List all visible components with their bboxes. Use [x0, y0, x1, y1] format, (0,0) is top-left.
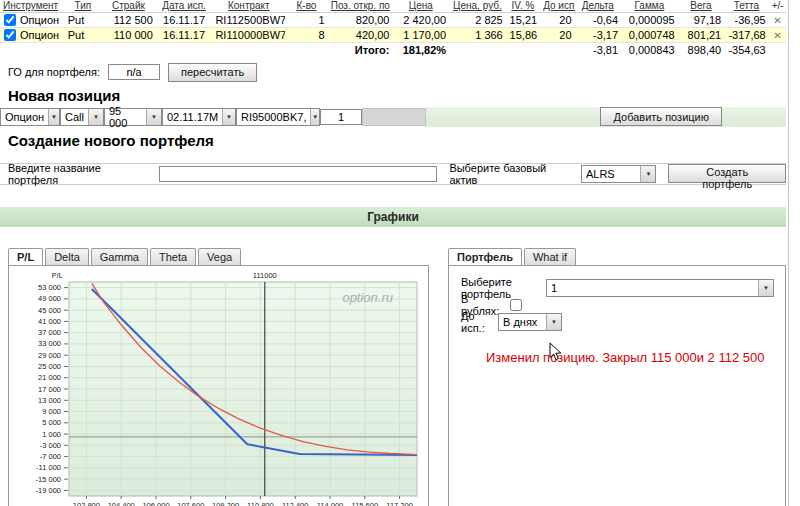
portfolio-select[interactable]: 1▼	[546, 279, 774, 297]
instrument-type-value: Опцион	[5, 111, 44, 123]
cell-date: 16.11.17	[156, 28, 213, 43]
svg-text:21 000: 21 000	[38, 373, 61, 382]
col-header-iv[interactable]: IV. %	[506, 0, 540, 13]
col-header-type[interactable]: Тип	[65, 0, 101, 13]
col-header-contract[interactable]: Контракт	[212, 0, 285, 13]
panel-tabs: Портфель What if	[448, 248, 576, 265]
instrument-label: Опцион	[20, 14, 59, 26]
new-position-row: Опцион▼ Call▼ 95 000▼ 02.11.17М▼ RI95000…	[0, 107, 786, 127]
svg-text:33 000: 33 000	[38, 339, 61, 348]
svg-text:9 000: 9 000	[42, 407, 61, 416]
chevron-down-icon: ▼	[88, 109, 103, 125]
cell-date: 16.11.17	[156, 13, 213, 28]
disabled-price-field	[362, 108, 426, 126]
tab-portfolio[interactable]: Портфель	[448, 248, 522, 265]
col-header-date[interactable]: Дата исп.	[156, 0, 213, 13]
portfolio-select-row: Выберите портфель 1▼	[461, 280, 785, 296]
qty-input[interactable]	[320, 109, 362, 125]
col-header-theta[interactable]: Тетта	[724, 0, 769, 13]
cell-theta: -317,68	[724, 28, 769, 43]
rubles-checkbox[interactable]	[510, 299, 522, 311]
create-portfolio-button[interactable]: Создать портфель	[668, 164, 786, 183]
col-header-delta[interactable]: Дельта	[575, 0, 622, 13]
cell-instrument: Опцион	[0, 13, 65, 28]
margin-input[interactable]	[108, 64, 160, 80]
tab-what-if[interactable]: What if	[524, 248, 576, 265]
col-header-price[interactable]: Цена	[392, 0, 449, 13]
exp-date-value: 02.11.17М	[167, 111, 218, 123]
col-header-instrument[interactable]: Инструмент	[0, 0, 65, 13]
svg-text:109 200: 109 200	[212, 501, 239, 506]
cell-theta: -36,95	[724, 13, 769, 28]
instrument-type-select[interactable]: Опцион▼	[0, 108, 60, 126]
chart-tabs: P/L Delta Gamma Theta Vega	[8, 248, 241, 265]
base-asset-select[interactable]: ALRS▼	[581, 165, 657, 183]
add-position-button[interactable]: Добавить позицию	[600, 107, 722, 126]
delete-position-icon[interactable]: ✕	[773, 15, 781, 26]
cell-contract: RI110000BW7	[212, 28, 285, 43]
base-asset-value: ALRS	[586, 168, 615, 180]
contract-select[interactable]: RI95000BK7,▼	[236, 108, 320, 126]
cell-price-rub: 2 825	[449, 13, 506, 28]
position-row: Опцион Put 112 500 16.11.17 RI112500BW7 …	[0, 13, 786, 28]
add-position-strip: Добавить позицию	[426, 107, 786, 127]
row-checkbox[interactable]	[4, 14, 16, 26]
exp-date-select[interactable]: 02.11.17М▼	[162, 108, 236, 126]
chevron-down-icon: ▼	[310, 109, 319, 125]
chart-panel: 102 800104 400106 000107 600109 200110 8…	[8, 265, 429, 506]
svg-text:107 600: 107 600	[177, 501, 204, 506]
tab-delta[interactable]: Delta	[45, 248, 89, 265]
margin-row: ГО для портфеля: пересчитать	[8, 63, 800, 82]
tab-theta[interactable]: Theta	[150, 248, 196, 265]
cell-price: 1 170,00	[392, 28, 449, 43]
chevron-down-icon: ▼	[146, 109, 161, 125]
col-header-vega[interactable]: Вега	[678, 0, 725, 13]
totals-label: Итого:	[328, 43, 393, 58]
cell-price: 2 420,00	[392, 13, 449, 28]
col-header-strike[interactable]: Страйк	[101, 0, 156, 13]
chevron-down-icon: ▼	[48, 109, 59, 125]
cell-vega: 97,18	[678, 13, 725, 28]
charts-section-header: Графики	[0, 207, 786, 227]
instrument-label: Опцион	[20, 29, 59, 41]
cell-type: Put	[65, 13, 101, 28]
scrollbar-track[interactable]	[788, 0, 789, 506]
svg-text:117 200: 117 200	[386, 501, 413, 506]
positions-table: Инструмент Тип Страйк Дата исп. Контракт…	[0, 0, 786, 58]
svg-text:1 000: 1 000	[42, 429, 61, 438]
svg-text:115 600: 115 600	[352, 501, 379, 506]
svg-text:49 000: 49 000	[38, 294, 61, 303]
portfolio-name-input[interactable]	[159, 166, 437, 182]
tab-gamma[interactable]: Gamma	[91, 248, 148, 265]
pl-chart: 102 800104 400106 000107 600109 200110 8…	[13, 270, 423, 506]
tab-vega[interactable]: Vega	[198, 248, 241, 265]
svg-text:29 000: 29 000	[38, 350, 61, 359]
svg-text:-19 000: -19 000	[36, 485, 61, 494]
totals-percent: 181,82%	[392, 43, 449, 58]
col-header-qty[interactable]: К-во	[285, 0, 327, 13]
tab-pl[interactable]: P/L	[8, 248, 43, 265]
svg-text:option.ru: option.ru	[342, 290, 393, 305]
svg-text:37 000: 37 000	[38, 328, 61, 337]
exp-mode-select[interactable]: В днях▼	[498, 313, 562, 331]
call-put-value: Call	[65, 111, 84, 123]
col-header-open[interactable]: Поз. откр. по	[328, 0, 393, 13]
col-header-gamma[interactable]: Гамма	[621, 0, 678, 13]
table-header-row: Инструмент Тип Страйк Дата исп. Контракт…	[0, 0, 786, 13]
svg-text:-7 000: -7 000	[40, 452, 61, 461]
cell-instrument: Опцион	[0, 28, 65, 43]
delete-position-icon[interactable]: ✕	[773, 30, 781, 41]
col-header-price-rub[interactable]: Цена, руб.	[449, 0, 506, 13]
svg-text:53 000: 53 000	[38, 283, 61, 292]
strike-select[interactable]: 95 000▼	[104, 108, 162, 126]
cell-vega: 801,21	[678, 28, 725, 43]
cell-open: 820,00	[328, 13, 393, 28]
cell-type: Put	[65, 28, 101, 43]
portfolio-value: 1	[551, 282, 557, 294]
svg-text:102 800: 102 800	[73, 501, 100, 506]
recalc-button[interactable]: пересчитать	[168, 63, 257, 82]
cell-open: 420,00	[328, 28, 393, 43]
col-header-days[interactable]: До исп.	[540, 0, 574, 13]
row-checkbox[interactable]	[4, 29, 16, 41]
call-put-select[interactable]: Call▼	[60, 108, 104, 126]
